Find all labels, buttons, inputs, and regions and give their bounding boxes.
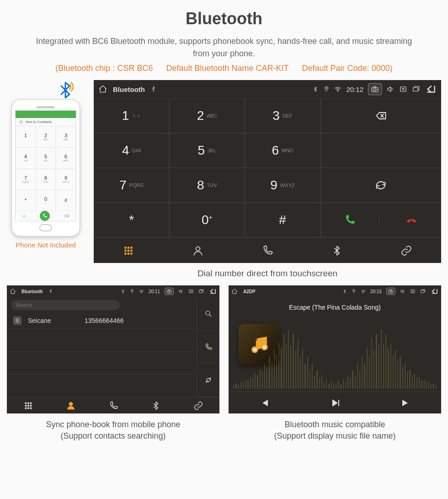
contacts-caption: Sync phone-book from mobile phone(Suppor… <box>7 419 219 442</box>
app-name: A2DP <box>243 289 256 294</box>
tab-bluetooth[interactable] <box>302 237 372 263</box>
phone-mockup: Add to Contacts 1 2ABC 3DEF 4GHI 5JKL 6M… <box>7 80 85 249</box>
contact-row[interactable]: S Seicane 13566664466 <box>7 313 197 329</box>
location-icon <box>323 86 330 92</box>
key-9[interactable]: 9WXYZ <box>245 168 320 203</box>
key-8[interactable]: 8TUV <box>169 168 245 203</box>
page-title: Bluetooth <box>7 9 441 28</box>
usb-icon <box>48 289 53 294</box>
back-icon[interactable] <box>430 287 438 295</box>
bluetooth-specs: (Bluetooth chip : CSR BC6 Default Blueto… <box>7 64 441 73</box>
call-button[interactable] <box>197 331 219 364</box>
status-bar: A2DP 20:15 <box>229 285 441 297</box>
camera-icon[interactable] <box>165 288 174 295</box>
redial-button[interactable] <box>320 168 441 203</box>
key-7[interactable]: 7PQRS <box>94 168 169 203</box>
music-caption: Bluetooth music compatible(Support displ… <box>229 419 441 442</box>
status-bar: Bluetooth 20:11 <box>7 285 219 297</box>
tab-contacts[interactable] <box>163 237 233 263</box>
call-button[interactable] <box>321 214 380 226</box>
tab-calls[interactable] <box>233 237 302 263</box>
bluetooth-icon <box>342 289 347 294</box>
phone-screen: Add to Contacts 1 2ABC 3DEF 4GHI 5JKL 6M… <box>15 110 76 221</box>
camera-icon[interactable] <box>386 288 395 295</box>
wifi-icon <box>361 289 366 294</box>
key-#[interactable]: # <box>245 203 320 237</box>
home-icon[interactable] <box>231 288 238 295</box>
add-to-contacts: Add to Contacts <box>16 118 76 126</box>
recent-apps-icon[interactable] <box>412 85 420 93</box>
tab-pair[interactable] <box>372 237 441 263</box>
play-pause-button[interactable] <box>299 392 370 413</box>
key-5[interactable]: 5JKL <box>169 133 245 168</box>
empty-cell <box>320 133 441 168</box>
volume-icon[interactable] <box>386 85 395 93</box>
close-window-icon[interactable] <box>410 289 416 294</box>
dialer-screen: Bluetooth 20:12 1౦౦2ABC3DEF4GHI5JKL6MNO7… <box>94 80 441 263</box>
tab-contacts[interactable] <box>49 397 92 413</box>
phone-caption: Phone Not Included <box>16 241 76 249</box>
bluetooth-icon <box>312 86 319 92</box>
back-icon[interactable] <box>208 287 217 295</box>
tab-bluetooth[interactable] <box>134 397 177 413</box>
close-window-icon[interactable] <box>188 289 194 294</box>
call-controls <box>320 203 441 237</box>
key-4[interactable]: 4GHI <box>94 133 169 168</box>
contacts-screen: Bluetooth 20:11 <box>7 285 219 413</box>
backspace-button[interactable] <box>320 98 441 133</box>
tab-pair[interactable] <box>177 397 219 413</box>
close-window-icon[interactable] <box>399 85 407 93</box>
song-title: Escape (The Pina Colada Song) <box>289 304 381 311</box>
music-controls <box>229 392 441 413</box>
wifi-icon <box>334 86 341 93</box>
key-3[interactable]: 3DEF <box>245 98 320 133</box>
volume-icon[interactable] <box>400 289 405 294</box>
camera-icon[interactable] <box>368 83 382 95</box>
volume-icon[interactable] <box>178 289 184 294</box>
app-name: Bluetooth <box>21 289 43 294</box>
tab-keypad[interactable] <box>7 397 49 413</box>
prev-track-button[interactable] <box>229 392 299 413</box>
usb-icon <box>150 86 157 92</box>
visualizer <box>229 323 441 392</box>
page-subtitle: Integrated with BC6 Bluetooth module, su… <box>34 35 414 60</box>
dialer-caption: Dial number direct from touchscreen <box>94 268 441 279</box>
key-*[interactable]: * <box>94 203 169 237</box>
bluetooth-signal-icon <box>55 80 75 104</box>
recent-apps-icon[interactable] <box>198 289 204 294</box>
key-0[interactable]: 0+ <box>169 203 245 237</box>
search-button[interactable] <box>197 297 219 331</box>
key-1[interactable]: 1౦౦ <box>94 98 169 133</box>
hangup-button[interactable] <box>382 214 441 226</box>
contact-badge: S <box>13 317 21 325</box>
bluetooth-icon <box>121 289 125 294</box>
clock: 20:11 <box>149 289 160 294</box>
contact-name: Seicane <box>28 317 78 324</box>
back-icon[interactable] <box>425 83 437 95</box>
app-name: Bluetooth <box>113 86 145 93</box>
tab-keypad[interactable] <box>94 237 163 263</box>
music-screen: A2DP 20:15 Escape (The Pina Colada Song) <box>229 285 441 413</box>
key-2[interactable]: 2ABC <box>169 98 245 133</box>
tab-calls[interactable] <box>92 397 134 413</box>
home-icon[interactable] <box>10 288 16 295</box>
home-icon[interactable] <box>98 85 107 94</box>
wifi-icon <box>139 289 144 294</box>
next-track-button[interactable] <box>370 392 441 413</box>
status-bar: Bluetooth 20:12 <box>94 80 441 98</box>
search-input[interactable] <box>11 300 120 310</box>
dialer-tabs <box>94 237 441 263</box>
sync-button[interactable] <box>197 364 219 397</box>
clock: 20:12 <box>346 86 363 93</box>
contacts-tabs <box>7 397 219 413</box>
key-6[interactable]: 6MNO <box>245 133 320 168</box>
clock: 20:15 <box>370 289 382 294</box>
location-icon <box>130 289 134 294</box>
contact-number: 13566664466 <box>85 317 124 324</box>
location-icon <box>352 289 356 294</box>
recent-apps-icon[interactable] <box>420 289 426 294</box>
